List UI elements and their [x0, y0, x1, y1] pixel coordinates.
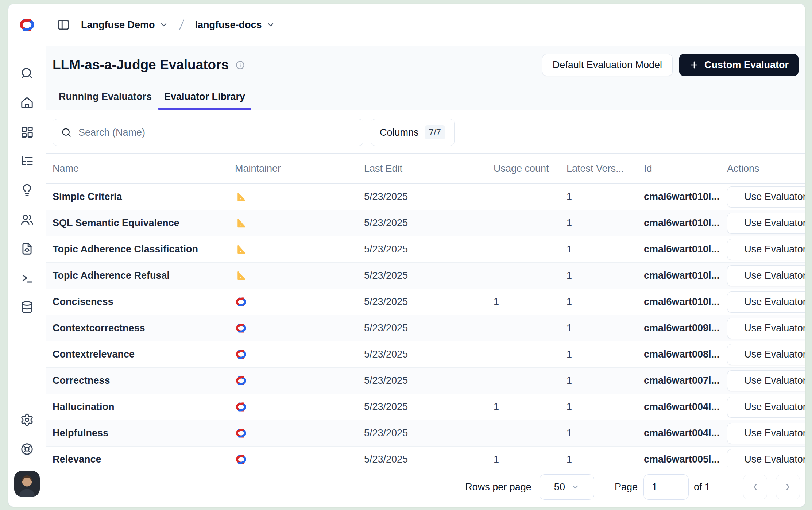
table-row[interactable]: Hallucination 5/23/2025 1 1 cmal6wart004… — [46, 394, 805, 420]
default-evaluation-model-button[interactable]: Default Evaluation Model — [542, 54, 673, 76]
app-logo-cell — [8, 4, 46, 46]
column-header-id[interactable]: Id — [637, 163, 720, 174]
app-window: Langfuse Demo langfuse-docs — [8, 4, 805, 507]
sidebar-playground-button[interactable] — [20, 271, 34, 285]
last-edit-date: 5/23/2025 — [357, 270, 487, 281]
table-row[interactable]: Topic Adherence Refusal 5/23/2025 1 cmal… — [46, 263, 805, 289]
users-icon — [20, 213, 34, 227]
sidebar-settings-button[interactable] — [20, 413, 34, 427]
rows-per-page-label: Rows per page — [465, 482, 531, 493]
use-evaluator-button[interactable]: Use Evaluator — [727, 239, 805, 260]
use-evaluator-button[interactable]: Use Evaluator — [727, 318, 805, 339]
user-avatar[interactable] — [14, 471, 40, 497]
breadcrumb: Langfuse Demo langfuse-docs — [46, 4, 275, 46]
list-tree-icon — [20, 154, 34, 168]
sidebar-prompts-button[interactable] — [20, 183, 34, 198]
columns-button[interactable]: Columns 7/7 — [371, 119, 455, 146]
org-selector[interactable]: Langfuse Demo — [81, 19, 168, 31]
sidebar-users-button[interactable] — [20, 212, 34, 227]
org-name: Langfuse Demo — [81, 19, 155, 31]
table-row[interactable]: Conciseness 5/23/2025 1 1 cmal6wart010l.… — [46, 289, 805, 315]
table-header-row: Name Maintainer Last Edit Usage count La… — [46, 153, 805, 184]
tab-running-evaluators[interactable]: Running Evaluators — [53, 91, 158, 110]
column-header-actions: Actions — [720, 163, 805, 174]
table-row[interactable]: SQL Semantic Equivalence 5/23/2025 1 cma… — [46, 210, 805, 236]
evaluator-name: Topic Adherence Refusal — [46, 270, 228, 281]
use-evaluator-button[interactable]: Use Evaluator — [727, 423, 805, 444]
maintainer-cell — [228, 375, 357, 386]
chevron-down-icon — [159, 20, 168, 29]
last-edit-date: 5/23/2025 — [357, 454, 487, 465]
info-icon[interactable] — [235, 60, 245, 70]
ragas-maintainer-icon — [235, 270, 246, 281]
content: Columns 7/7 Name Maintainer Last Edit Us… — [46, 110, 805, 507]
table-row[interactable]: Simple Criteria 5/23/2025 1 cmal6wart010… — [46, 184, 805, 210]
tab-bar: Running Evaluators Evaluator Library — [53, 91, 251, 110]
project-selector[interactable]: langfuse-docs — [195, 19, 275, 31]
maintainer-cell — [228, 270, 357, 281]
column-header-last-edit[interactable]: Last Edit — [357, 163, 487, 174]
plus-icon — [689, 60, 699, 70]
sidebar-tracing-button[interactable] — [20, 154, 34, 169]
last-edit-date: 5/23/2025 — [357, 217, 487, 229]
evaluator-name: Correctness — [46, 375, 228, 386]
latest-version: 1 — [560, 217, 637, 229]
previous-page-button[interactable] — [743, 475, 767, 499]
table-row[interactable]: Helpfulness 5/23/2025 1 cmal6wart004l...… — [46, 420, 805, 447]
last-edit-date: 5/23/2025 — [357, 191, 487, 202]
rows-per-page-select[interactable]: 50 — [540, 474, 594, 500]
sidebar-home-button[interactable] — [20, 96, 34, 110]
maintainer-cell — [228, 402, 357, 412]
use-evaluator-button[interactable]: Use Evaluator — [727, 397, 805, 418]
sidebar-toggle-button[interactable] — [57, 18, 70, 31]
evaluator-id: cmal6wart010l... — [637, 270, 720, 281]
evaluator-id: cmal6wart010l... — [637, 296, 720, 308]
column-header-name[interactable]: Name — [46, 163, 228, 174]
langfuse-maintainer-icon — [235, 454, 247, 465]
use-evaluator-button[interactable]: Use Evaluator — [727, 291, 805, 313]
use-evaluator-button[interactable]: Use Evaluator — [727, 370, 805, 391]
table-row[interactable]: Contextcorrectness 5/23/2025 1 cmal6wart… — [46, 315, 805, 341]
column-header-maintainer[interactable]: Maintainer — [228, 163, 357, 174]
search-chat-icon — [20, 67, 34, 81]
sidebar-search-button[interactable] — [20, 66, 34, 81]
columns-label: Columns — [380, 127, 419, 138]
evaluator-name: Helpfulness — [46, 428, 228, 439]
column-header-usage-count[interactable]: Usage count — [487, 163, 560, 174]
column-header-latest-version[interactable]: Latest Vers... — [560, 163, 637, 174]
search-input[interactable] — [78, 127, 355, 138]
usage-count: 1 — [487, 454, 560, 465]
next-page-button[interactable] — [776, 475, 800, 499]
langfuse-maintainer-icon — [235, 375, 247, 386]
tab-evaluator-library[interactable]: Evaluator Library — [158, 91, 251, 110]
table-row[interactable]: Topic Adherence Classification 5/23/2025… — [46, 236, 805, 263]
latest-version: 1 — [560, 296, 637, 308]
chevron-right-icon — [783, 482, 793, 492]
sidebar-database-button[interactable] — [20, 300, 34, 314]
chevron-left-icon — [750, 482, 760, 492]
last-edit-date: 5/23/2025 — [357, 349, 487, 360]
page-number-input[interactable] — [643, 474, 689, 500]
langfuse-maintainer-icon — [235, 428, 247, 438]
use-evaluator-button[interactable]: Use Evaluator — [727, 265, 805, 286]
sidebar-support-button[interactable] — [20, 442, 34, 456]
dashboard-grid-icon — [20, 125, 34, 139]
last-edit-date: 5/23/2025 — [357, 375, 487, 386]
page-header: LLM-as-a-Judge Evaluators Default Evalua… — [46, 46, 805, 110]
use-evaluator-button[interactable]: Use Evaluator — [727, 186, 805, 208]
custom-evaluator-button[interactable]: Custom Evaluator — [679, 54, 799, 76]
terminal-icon — [20, 271, 34, 285]
latest-version: 1 — [560, 454, 637, 465]
use-evaluator-button[interactable]: Use Evaluator — [727, 344, 805, 365]
table-row[interactable]: Correctness 5/23/2025 1 cmal6wart007l...… — [46, 368, 805, 394]
evaluator-id: cmal6wart009l... — [637, 322, 720, 334]
use-evaluator-button[interactable]: Use Evaluator — [727, 213, 805, 234]
sidebar-dashboards-button[interactable] — [20, 125, 34, 139]
page-count-label: of 1 — [694, 482, 710, 493]
langfuse-logo-icon — [18, 17, 36, 32]
table-row[interactable]: Contextrelevance 5/23/2025 1 cmal6wart00… — [46, 341, 805, 368]
langfuse-maintainer-icon — [235, 297, 247, 307]
sidebar-datasets-button[interactable] — [20, 242, 34, 256]
maintainer-cell — [228, 191, 357, 202]
evaluator-name: Relevance — [46, 454, 228, 465]
